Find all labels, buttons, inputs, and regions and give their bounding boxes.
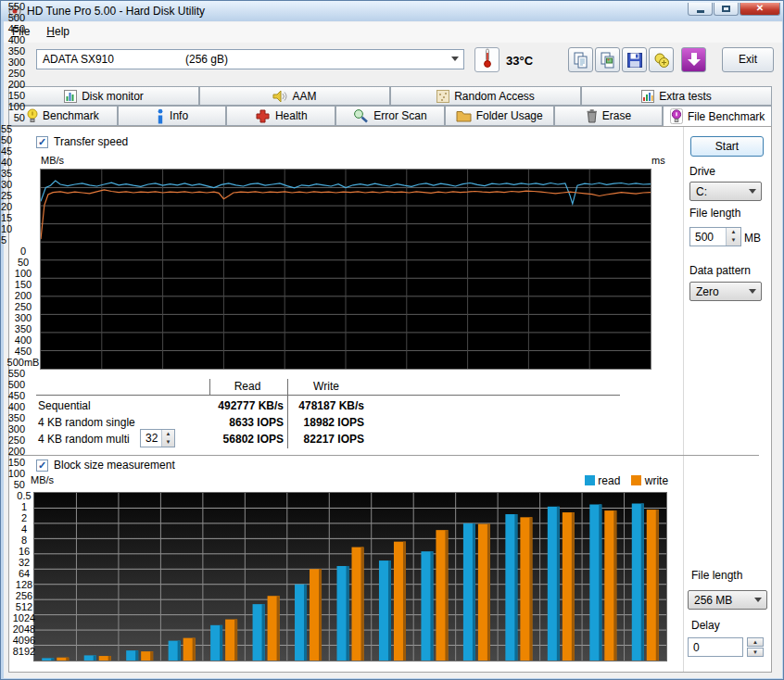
table-header-write: Write [289,380,363,393]
tab-random-access[interactable]: Random Access [390,86,581,106]
extra-tests-icon [641,90,654,103]
axis-tick-left: 550 [1,1,25,12]
drive-selector-combobox[interactable]: ADATA SX910 (256 gB) [36,49,464,69]
axis-tick-right: 10 [1,223,23,234]
exit-button[interactable]: Exit [722,47,774,72]
delay-input[interactable]: 0 [688,637,743,657]
disk-monitor-icon [64,90,77,103]
thermometer-icon [483,48,492,69]
table-write-value: 18982 IOPS [291,416,364,429]
axis-tick-x: 100 [1,268,45,279]
axis-tick-left: 150 [1,90,25,101]
error-scan-icon [353,108,369,123]
table-read-value: 56802 IOPS [171,433,284,446]
file-length2-label: File length [691,569,742,582]
save-icon [626,59,644,72]
tab-label: Random Access [454,90,535,103]
axis-tick-left: 250 [1,68,25,79]
axis-tick-left: 50 [1,479,25,490]
file-length2-combobox[interactable]: 256 MB [688,590,767,610]
menu-bar: FileHelp [4,22,782,43]
table-header-read: Read [209,380,285,393]
table-read-value: 492777 KB/s [171,399,284,412]
axis-tick-left: 300 [1,423,25,434]
axis-tick-x: 0.5 [1,490,47,501]
legend-swatch [585,475,595,485]
window-title: HD Tune Pro 5.00 - Hard Disk Utility [27,5,205,18]
temperature-button[interactable] [474,47,499,72]
tab-file-benchmark[interactable]: File Benchmark [663,106,772,126]
chart2-legend: read write [585,474,696,487]
transfer-speed-chart [40,169,651,370]
options-button[interactable] [649,47,674,72]
chevron-down-icon [749,289,756,294]
axis-tick-x: 1024 [1,612,47,623]
thread-count-spinner[interactable]: 32▲▼ [140,429,175,447]
file-length-spinner[interactable]: 500 ▲▼ [689,227,741,246]
tab-info[interactable]: Info [118,106,227,126]
copy-image-button[interactable] [595,47,620,72]
transfer-chart-svg [41,170,651,369]
start-button[interactable]: Start [690,136,764,157]
table-vline [209,379,210,395]
copy-text-button[interactable] [568,47,593,72]
axis-tick-left: 150 [1,457,25,468]
axis-tick-right: 55 [1,123,23,134]
axis-tick-x: 0 [1,246,45,257]
table-hline [36,395,620,396]
folder-icon [456,109,472,122]
axis-tick-x: 256 [1,590,47,601]
tab-folder-usage[interactable]: Folder Usage [445,106,554,126]
axis-tick-right: 50 [1,134,23,145]
tab-row-1: Disk monitorAAMRandom AccessExtra tests [8,86,772,106]
minimize-icon [697,10,704,13]
axis-tick-left: 250 [1,434,25,446]
axis-tick-left: 400 [1,401,25,412]
axis-tick-x: 250 [1,301,45,312]
spinner-arrows-icon[interactable]: ▲▼ [161,430,174,447]
axis-tick-left: 100 [1,468,25,479]
file-benchmark-icon [670,108,683,124]
tab-label: Info [170,109,188,122]
tab-label: AAM [292,90,316,103]
tab-aam[interactable]: AAM [199,86,390,106]
axis-tick-x: 4 [1,523,47,535]
minimize-button[interactable] [688,3,713,16]
maximize-button[interactable] [714,3,739,16]
tab-label: Benchmark [43,109,99,122]
maximize-icon [722,6,730,12]
temperature-value: 33°C [506,54,533,68]
axis-tick-right: 30 [1,179,23,190]
chevron-down-icon [451,57,459,61]
delay-down-button[interactable]: ▼ [747,648,764,657]
delay-up-button[interactable]: ▲ [747,637,764,647]
data-pattern-combobox[interactable]: Zero [689,282,762,301]
close-button[interactable]: ✕ [740,3,780,16]
drive-combobox[interactable]: C: [689,182,762,201]
section-divider-horizontal [9,455,759,456]
tab-health[interactable]: Health [226,106,335,126]
axis-tick-left: 350 [1,412,25,423]
tab-label: Error Scan [373,109,426,122]
tab-erase[interactable]: Erase [554,106,664,126]
tab-error-scan[interactable]: Error Scan [335,106,445,126]
axis-tick-x: 128 [1,579,47,590]
block-chart-svg [34,493,666,661]
chevron-down-icon [754,598,762,602]
axis-tick-x: 16 [1,546,47,557]
block-size-label: Block size measurement [54,459,175,472]
axis-tick-left: 100 [1,101,25,112]
app-window: HD Tune Pro 5.00 - Hard Disk Utility ✕ F… [0,0,784,680]
download-button[interactable] [681,47,706,72]
axis-tick-right: 45 [1,145,23,157]
spinner-arrows-icon[interactable]: ▲▼ [726,228,740,246]
title-bar: HD Tune Pro 5.00 - Hard Disk Utility [1,1,783,21]
axis-tick-x: 150 [1,279,45,290]
info-icon [156,108,165,124]
tab-extra-tests[interactable]: Extra tests [581,86,772,106]
axis-tick-left: 350 [1,45,25,57]
chart1-y2-unit: ms [651,155,665,166]
axis-tick-x: 64 [1,568,47,579]
generated-overlay: 5505004504003503002502001501005055504540… [1,1,47,657]
save-button[interactable] [622,47,647,72]
